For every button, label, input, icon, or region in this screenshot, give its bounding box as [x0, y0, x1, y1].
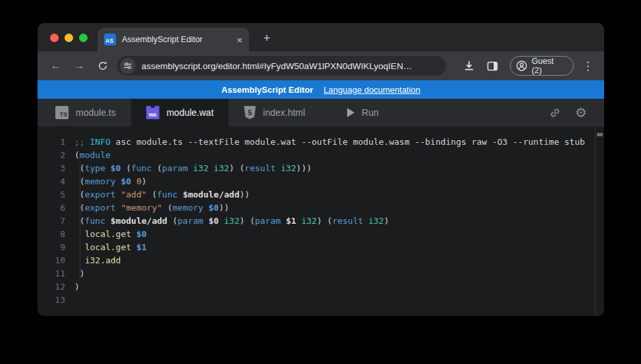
line-number: 8: [38, 228, 65, 241]
link-icon: [548, 106, 562, 120]
code-line: 13: [38, 294, 604, 307]
browser-titlebar: AS AssemblyScript Editor × +: [38, 23, 604, 51]
line-number: 5: [38, 188, 65, 201]
tab-module-ts[interactable]: TS module.ts: [40, 99, 131, 126]
line-number: 9: [38, 241, 65, 254]
browser-window: AS AssemblyScript Editor × + ← →: [38, 23, 604, 316]
scrollbar-thumb[interactable]: [597, 133, 603, 136]
tab-label: index.html: [263, 107, 305, 118]
back-button[interactable]: ←: [47, 57, 65, 75]
indent-guide: [80, 162, 80, 280]
minimize-window-button[interactable]: [65, 34, 73, 42]
banner-title: AssemblyScript Editor: [221, 85, 313, 95]
code-line: 4 (memory $0 0): [38, 175, 604, 188]
code-line: 10 i32.add: [38, 254, 604, 267]
share-link-button[interactable]: [548, 106, 562, 120]
forward-button[interactable]: →: [70, 57, 89, 75]
assemblyscript-favicon-icon: AS: [104, 34, 116, 45]
download-icon: [462, 59, 476, 72]
line-number: 3: [38, 162, 65, 175]
profile-button[interactable]: Guest (2): [510, 56, 574, 76]
reload-icon: [97, 60, 109, 72]
tab-close-icon[interactable]: ×: [237, 35, 242, 45]
new-tab-button[interactable]: +: [258, 29, 276, 47]
code-line: 7 (func $module/add (param $0 i32) (para…: [38, 215, 604, 228]
editor-scrollbar[interactable]: [595, 126, 604, 316]
code-line: 9 local.get $1: [38, 241, 604, 254]
line-number: 7: [38, 215, 65, 228]
browser-toolbar: ← → assemblyscript.org/editor.html#IyFyd…: [38, 51, 604, 80]
line-number: 12: [38, 280, 65, 294]
code-line: 8 local.get $0: [38, 228, 604, 241]
code-line: 11 ): [38, 267, 604, 280]
webassembly-text-icon: WA: [146, 106, 159, 119]
side-panel-icon: [486, 60, 499, 72]
code-line: 2(module: [38, 149, 604, 162]
settings-button[interactable]: ⚙: [575, 106, 587, 119]
page-banner: AssemblyScript Editor Language documenta…: [38, 80, 604, 99]
editor-tab-strip: TS module.ts WA module.wat 5 index.html …: [38, 99, 604, 126]
line-number: 2: [38, 149, 65, 162]
line-number: 4: [38, 175, 65, 188]
code-line: 6 (export "memory" (memory $0)): [38, 201, 604, 215]
play-icon: [347, 108, 354, 117]
line-number: 6: [38, 201, 65, 215]
tab-label: module.wat: [167, 107, 214, 118]
url-text: assemblyscript.org/editor.html#IyFydW50a…: [142, 61, 412, 71]
maximize-window-button[interactable]: [79, 34, 88, 42]
code-line: 1;; INFO asc module.ts --textFile module…: [38, 136, 604, 149]
code-line: 3 (type $0 (func (param i32 i32) (result…: [38, 162, 604, 175]
typescript-icon: TS: [55, 106, 69, 119]
download-button[interactable]: [459, 56, 479, 76]
line-number: 10: [38, 254, 65, 267]
tab-title: AssemblyScript Editor: [122, 35, 233, 44]
html5-icon: 5: [244, 106, 256, 119]
desktop-background: AS AssemblyScript Editor × + ← →: [0, 0, 641, 364]
code-editor[interactable]: 1;; INFO asc module.ts --textFile module…: [38, 126, 604, 316]
line-number: 11: [38, 267, 65, 280]
run-button[interactable]: Run: [332, 99, 394, 126]
reload-button[interactable]: [94, 57, 112, 75]
tab-module-wat[interactable]: WA module.wat: [131, 99, 229, 126]
browser-menu-button[interactable]: ⋮: [580, 59, 595, 73]
site-settings-icon[interactable]: [120, 58, 136, 74]
macos-traffic-lights: [50, 34, 88, 42]
code-line: 12): [38, 280, 604, 294]
code-line: 5 (export "add" (func $module/add)): [38, 188, 604, 201]
close-window-button[interactable]: [50, 34, 59, 42]
line-number: 13: [38, 294, 65, 307]
tab-label: module.ts: [76, 107, 116, 118]
url-bar[interactable]: assemblyscript.org/editor.html#IyFydW50a…: [117, 56, 447, 76]
language-documentation-link[interactable]: Language documentation: [323, 85, 420, 95]
browser-tab[interactable]: AS AssemblyScript Editor ×: [98, 28, 249, 51]
tab-index-html[interactable]: 5 index.html: [229, 99, 320, 126]
run-label: Run: [362, 107, 379, 118]
profile-label: Guest (2): [532, 57, 565, 75]
profile-avatar-icon: [516, 60, 528, 72]
line-number: 1: [38, 136, 65, 149]
side-panel-button[interactable]: [483, 56, 503, 76]
